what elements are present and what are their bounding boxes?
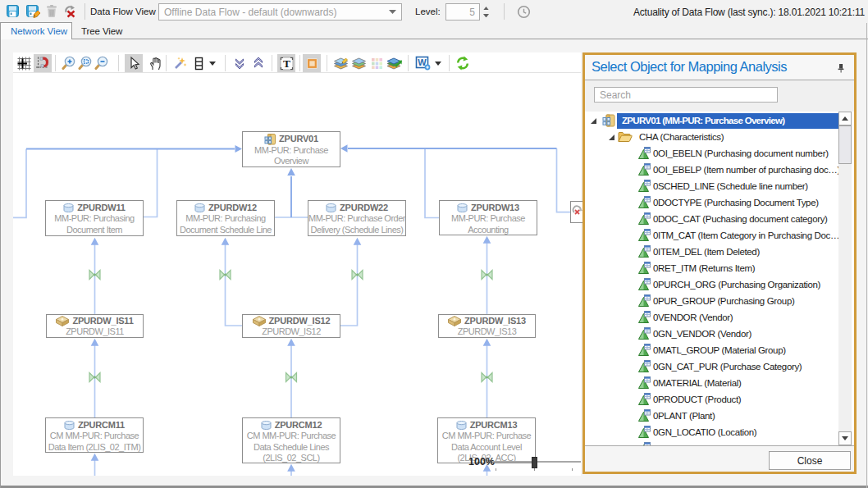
svg-text:T: T bbox=[282, 57, 290, 70]
